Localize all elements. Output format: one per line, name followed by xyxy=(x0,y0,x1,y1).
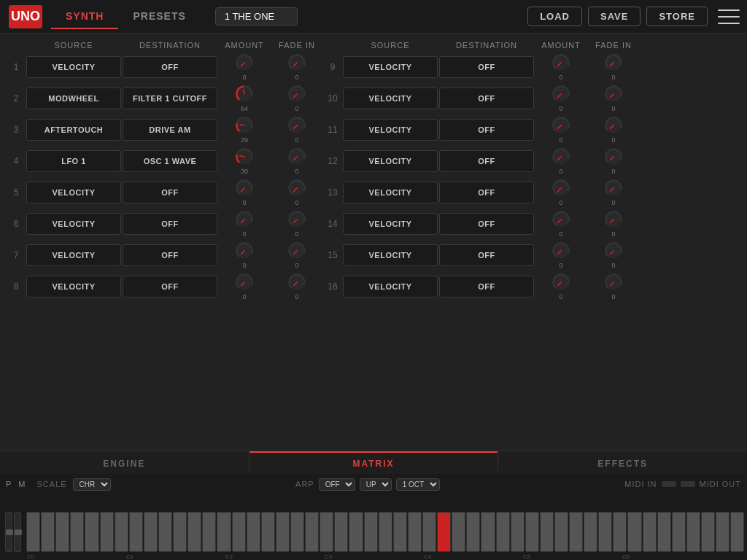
load-button[interactable]: LOAD xyxy=(527,7,582,26)
white-key-B6[interactable] xyxy=(730,512,744,552)
dest-btn-15[interactable]: OFF xyxy=(439,244,534,266)
dest-btn-8[interactable]: OFF xyxy=(123,276,217,298)
knob-cell[interactable]: 0 xyxy=(588,147,639,175)
tab-effects[interactable]: EFFECTS xyxy=(498,451,747,474)
dest-btn-2[interactable]: FILTER 1 CUTOFF xyxy=(123,88,217,109)
dest-btn-7[interactable]: OFF xyxy=(123,244,217,266)
dest-btn-9[interactable]: OFF xyxy=(439,56,534,78)
source-btn-4[interactable]: LFO 1 xyxy=(26,150,121,172)
knob-cell[interactable]: 0 xyxy=(271,147,322,175)
save-button[interactable]: SAVE xyxy=(588,7,640,26)
white-key-E5[interactable] xyxy=(569,512,583,552)
knob-cell[interactable]: 30 xyxy=(219,147,270,175)
source-btn-7[interactable]: VELOCITY xyxy=(26,244,121,266)
knob-cell[interactable]: 0 xyxy=(219,241,270,269)
knob-cell[interactable]: 0 xyxy=(219,52,270,81)
p-slider[interactable] xyxy=(5,512,12,552)
source-btn-2[interactable]: MODWHEEL xyxy=(26,88,121,109)
white-key-E3[interactable] xyxy=(364,512,378,552)
dest-btn-5[interactable]: OFF xyxy=(123,182,217,203)
white-key-A5[interactable] xyxy=(613,512,627,552)
source-btn-12[interactable]: VELOCITY xyxy=(343,150,438,172)
menu-icon[interactable] xyxy=(718,9,740,24)
tab-synth[interactable]: SYNTH xyxy=(51,4,118,29)
knob-cell[interactable]: 0 xyxy=(271,52,322,81)
white-key-B3[interactable] xyxy=(422,512,436,552)
knob-cell[interactable]: 0 xyxy=(271,178,322,206)
knob-cell[interactable]: 29 xyxy=(219,115,270,144)
knob-cell[interactable]: 0 xyxy=(588,272,639,300)
scale-select[interactable]: CHR xyxy=(73,478,111,491)
white-key-G2[interactable] xyxy=(290,512,304,552)
source-btn-6[interactable]: VELOCITY xyxy=(26,213,121,235)
source-btn-16[interactable]: VELOCITY xyxy=(343,276,438,298)
knob-cell[interactable]: 0 xyxy=(271,241,322,269)
knob-cell[interactable]: 64 xyxy=(219,84,270,112)
white-key-F2[interactable] xyxy=(276,512,290,552)
dest-btn-1[interactable]: OFF xyxy=(123,56,217,78)
knob-cell[interactable]: 0 xyxy=(588,52,639,81)
white-key-G3[interactable] xyxy=(393,512,407,552)
knob-cell[interactable]: 0 xyxy=(535,84,587,112)
source-btn-8[interactable]: VELOCITY xyxy=(26,276,121,298)
source-btn-5[interactable]: VELOCITY xyxy=(26,182,121,203)
white-key-C1[interactable] xyxy=(129,512,143,552)
white-key-F1[interactable] xyxy=(173,512,187,552)
white-key-G4[interactable] xyxy=(496,512,510,552)
preset-dropdown[interactable]: 1 THE ONE xyxy=(215,7,298,26)
white-key-A4[interactable] xyxy=(511,512,525,552)
white-key-D2[interactable] xyxy=(247,512,260,552)
source-btn-14[interactable]: VELOCITY xyxy=(343,213,438,235)
white-key-F3[interactable] xyxy=(379,512,392,552)
white-key-C5[interactable] xyxy=(540,512,554,552)
dest-btn-11[interactable]: OFF xyxy=(439,119,534,141)
dest-btn-3[interactable]: DRIVE AM xyxy=(123,119,217,141)
knob-cell[interactable]: 0 xyxy=(271,209,322,238)
knob-cell[interactable]: 0 xyxy=(588,115,639,144)
white-key-E1[interactable] xyxy=(158,512,172,552)
white-key-G1[interactable] xyxy=(187,512,201,552)
source-btn-13[interactable]: VELOCITY xyxy=(343,182,438,203)
source-btn-15[interactable]: VELOCITY xyxy=(343,244,438,266)
tab-matrix[interactable]: MATRIX xyxy=(249,451,498,474)
knob-cell[interactable]: 0 xyxy=(535,209,587,238)
dest-btn-6[interactable]: OFF xyxy=(123,213,217,235)
white-key-E0[interactable] xyxy=(55,512,69,552)
knob-cell[interactable]: 0 xyxy=(219,272,270,300)
white-key-C2[interactable] xyxy=(232,512,246,552)
white-key-F6[interactable] xyxy=(686,512,700,552)
white-key-D0[interactable] xyxy=(41,512,55,552)
white-key-G0[interactable] xyxy=(85,512,98,552)
arp-dir-select[interactable]: UP xyxy=(360,478,392,491)
knob-cell[interactable]: 0 xyxy=(219,178,270,206)
white-key-A0[interactable] xyxy=(100,512,114,552)
white-key-F5[interactable] xyxy=(584,512,597,552)
white-key-A6[interactable] xyxy=(716,512,729,552)
white-key-D4[interactable] xyxy=(452,512,465,552)
knob-cell[interactable]: 0 xyxy=(271,115,322,144)
white-key-G6[interactable] xyxy=(701,512,715,552)
tab-presets[interactable]: PRESETS xyxy=(118,4,200,29)
white-key-D6[interactable] xyxy=(657,512,671,552)
white-key-E4[interactable] xyxy=(466,512,480,552)
white-key-D5[interactable] xyxy=(554,512,568,552)
dest-btn-14[interactable]: OFF xyxy=(439,213,534,235)
store-button[interactable]: STORE xyxy=(646,7,708,26)
white-key-C0[interactable] xyxy=(26,512,40,552)
knob-cell[interactable]: 0 xyxy=(588,209,639,238)
white-key-A3[interactable] xyxy=(408,512,422,552)
arp-oct-select[interactable]: 1 OCT xyxy=(396,478,440,491)
white-key-G5[interactable] xyxy=(598,512,612,552)
knob-cell[interactable]: 0 xyxy=(588,241,639,269)
dest-btn-12[interactable]: OFF xyxy=(439,150,534,172)
white-key-A1[interactable] xyxy=(202,512,216,552)
source-btn-1[interactable]: VELOCITY xyxy=(26,56,121,78)
knob-cell[interactable]: 0 xyxy=(535,178,587,206)
arp-off-select[interactable]: OFF xyxy=(319,478,355,491)
white-key-D3[interactable] xyxy=(349,512,363,552)
white-key-B2[interactable] xyxy=(320,512,333,552)
knob-cell[interactable]: 0 xyxy=(588,84,639,112)
white-key-B5[interactable] xyxy=(627,512,641,552)
white-key-D1[interactable] xyxy=(144,512,158,552)
white-key-B0[interactable] xyxy=(115,512,128,552)
